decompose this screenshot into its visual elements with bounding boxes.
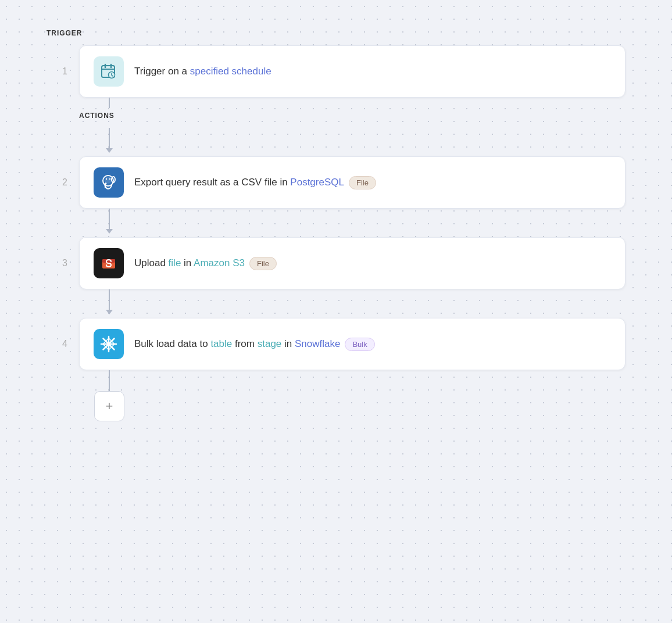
step-1-card[interactable]: Trigger on a specified schedule	[79, 45, 625, 98]
trigger-section-label: TRIGGER	[47, 29, 625, 37]
step-4-row: 4	[47, 318, 625, 370]
actions-section-label: ACTIONS	[79, 112, 625, 120]
snowflake-icon-wrapper	[94, 329, 124, 359]
add-step-row: +	[79, 391, 625, 421]
step-3-number: 3	[47, 258, 67, 268]
postgres-icon-wrapper	[94, 167, 124, 198]
step-2-badge: File	[349, 176, 376, 189]
step-4-badge: Bulk	[345, 338, 374, 351]
svg-point-10	[109, 178, 110, 180]
step-4-text: Bulk load data to table from stage in Sn…	[134, 338, 375, 351]
connector-1	[79, 98, 625, 108]
step-2-number: 2	[47, 177, 67, 188]
step-3-card[interactable]: Upload file in Amazon S3File	[79, 237, 625, 289]
step-1-prefix: Trigger on a	[134, 66, 190, 77]
step-1-text: Trigger on a specified schedule	[134, 66, 271, 77]
step-2-text: Export query result as a CSV file in Pos…	[134, 176, 376, 189]
connector-4-to-plus	[79, 370, 625, 391]
trigger-icon	[100, 63, 117, 80]
step-4-card[interactable]: Bulk load data to table from stage in Sn…	[79, 318, 625, 370]
step-3-badge: File	[249, 257, 277, 270]
step-4-link1[interactable]: table	[210, 338, 232, 349]
step-1-row: 1 Trigger on a specified schedule	[47, 45, 625, 98]
step-1-link[interactable]: specified schedule	[190, 66, 271, 77]
step-2-link[interactable]: PostgreSQL	[290, 177, 344, 188]
step-3-text: Upload file in Amazon S3File	[134, 257, 277, 270]
step-3-row: 3 Upload file in Amazon S3File	[47, 237, 625, 289]
step-2-card[interactable]: Export query result as a CSV file in Pos…	[79, 156, 625, 209]
step-3-prefix: Upload	[134, 257, 169, 268]
step-4-middle2: in	[281, 338, 295, 349]
postgres-icon	[99, 173, 119, 192]
step-3-link1[interactable]: file	[169, 257, 181, 268]
step-3-link2[interactable]: Amazon S3	[194, 257, 245, 268]
connector-3-to-4	[79, 289, 625, 314]
step-4-middle1: from	[232, 338, 257, 349]
snowflake-icon	[100, 335, 117, 353]
step-2-prefix: Export query result as a CSV file in	[134, 177, 290, 188]
add-step-button[interactable]: +	[94, 391, 124, 421]
step-2-row: 2	[47, 156, 625, 209]
step-4-link3[interactable]: Snowflake	[295, 338, 340, 349]
s3-icon-wrapper	[94, 248, 124, 278]
connector-trigger-to-2	[79, 128, 625, 153]
step-4-number: 4	[47, 339, 67, 349]
step-3-middle: in	[181, 257, 194, 268]
svg-point-9	[106, 178, 107, 180]
trigger-icon-wrapper	[94, 56, 124, 87]
step-4-prefix: Bulk load data to	[134, 338, 210, 349]
step-1-number: 1	[47, 66, 67, 77]
connector-2-to-3	[79, 209, 625, 234]
step-4-link2[interactable]: stage	[258, 338, 282, 349]
s3-icon	[99, 253, 119, 273]
